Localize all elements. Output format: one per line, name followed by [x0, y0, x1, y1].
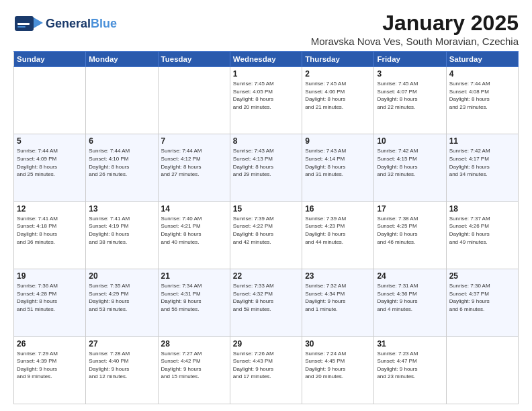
- calendar-cell: [158, 67, 230, 134]
- day-info: Sunrise: 7:26 AM Sunset: 4:43 PM Dayligh…: [233, 350, 299, 381]
- logo-name: GeneralBlue: [46, 17, 117, 31]
- calendar-cell: 28Sunrise: 7:27 AM Sunset: 4:42 PM Dayli…: [158, 336, 230, 404]
- day-info: Sunrise: 7:39 AM Sunset: 4:22 PM Dayligh…: [233, 215, 299, 246]
- calendar-cell: 1Sunrise: 7:45 AM Sunset: 4:05 PM Daylig…: [230, 67, 302, 134]
- day-info: Sunrise: 7:36 AM Sunset: 4:28 PM Dayligh…: [17, 282, 83, 313]
- day-number: 5: [17, 136, 83, 146]
- day-info: Sunrise: 7:44 AM Sunset: 4:09 PM Dayligh…: [17, 147, 83, 178]
- day-info: Sunrise: 7:28 AM Sunset: 4:40 PM Dayligh…: [89, 350, 154, 381]
- svg-marker-1: [34, 17, 43, 28]
- day-info: Sunrise: 7:30 AM Sunset: 4:37 PM Dayligh…: [449, 282, 515, 313]
- calendar-cell: 11Sunrise: 7:42 AM Sunset: 4:17 PM Dayli…: [446, 134, 518, 201]
- calendar-cell: [446, 336, 518, 404]
- day-number: 7: [161, 136, 227, 146]
- calendar-cell: 24Sunrise: 7:31 AM Sunset: 4:36 PM Dayli…: [374, 269, 446, 336]
- day-header-saturday: Saturday: [446, 52, 518, 67]
- calendar-cell: 13Sunrise: 7:41 AM Sunset: 4:19 PM Dayli…: [86, 201, 158, 269]
- logo-icon: [13, 11, 43, 38]
- day-number: 15: [233, 204, 299, 214]
- day-number: 31: [377, 339, 443, 349]
- calendar-week-5: 26Sunrise: 7:29 AM Sunset: 4:39 PM Dayli…: [14, 336, 519, 404]
- day-info: Sunrise: 7:45 AM Sunset: 4:07 PM Dayligh…: [377, 80, 443, 111]
- day-number: 29: [233, 339, 299, 349]
- day-number: 13: [89, 204, 154, 214]
- header: GeneralBlue January 2025 Moravska Nova V…: [13, 11, 519, 47]
- day-info: Sunrise: 7:27 AM Sunset: 4:42 PM Dayligh…: [161, 350, 227, 381]
- calendar-cell: 10Sunrise: 7:42 AM Sunset: 4:15 PM Dayli…: [374, 134, 446, 201]
- calendar-cell: 19Sunrise: 7:36 AM Sunset: 4:28 PM Dayli…: [14, 269, 86, 336]
- day-number: 9: [305, 136, 371, 146]
- calendar-cell: 16Sunrise: 7:39 AM Sunset: 4:23 PM Dayli…: [302, 201, 374, 269]
- day-number: 30: [305, 339, 371, 349]
- day-info: Sunrise: 7:41 AM Sunset: 4:18 PM Dayligh…: [17, 215, 83, 246]
- calendar-cell: 14Sunrise: 7:40 AM Sunset: 4:21 PM Dayli…: [158, 201, 230, 269]
- day-header-friday: Friday: [374, 52, 446, 67]
- day-info: Sunrise: 7:42 AM Sunset: 4:17 PM Dayligh…: [449, 147, 515, 178]
- day-info: Sunrise: 7:39 AM Sunset: 4:23 PM Dayligh…: [305, 215, 371, 246]
- day-info: Sunrise: 7:37 AM Sunset: 4:26 PM Dayligh…: [449, 215, 515, 246]
- day-number: 18: [449, 204, 515, 214]
- day-header-wednesday: Wednesday: [230, 52, 302, 67]
- day-info: Sunrise: 7:31 AM Sunset: 4:36 PM Dayligh…: [377, 282, 443, 313]
- calendar-cell: 4Sunrise: 7:44 AM Sunset: 4:08 PM Daylig…: [446, 67, 518, 134]
- day-number: 2: [305, 69, 371, 79]
- day-number: 20: [89, 271, 154, 281]
- day-header-thursday: Thursday: [302, 52, 374, 67]
- calendar-cell: 5Sunrise: 7:44 AM Sunset: 4:09 PM Daylig…: [14, 134, 86, 201]
- day-number: 4: [449, 69, 515, 79]
- calendar-week-3: 12Sunrise: 7:41 AM Sunset: 4:18 PM Dayli…: [14, 201, 519, 269]
- svg-rect-3: [17, 26, 26, 28]
- day-header-sunday: Sunday: [14, 52, 86, 67]
- day-header-monday: Monday: [86, 52, 158, 67]
- calendar-cell: 26Sunrise: 7:29 AM Sunset: 4:39 PM Dayli…: [14, 336, 86, 404]
- calendar-cell: 9Sunrise: 7:43 AM Sunset: 4:14 PM Daylig…: [302, 134, 374, 201]
- day-info: Sunrise: 7:44 AM Sunset: 4:10 PM Dayligh…: [89, 147, 154, 178]
- day-number: 27: [89, 339, 154, 349]
- calendar-cell: 21Sunrise: 7:34 AM Sunset: 4:31 PM Dayli…: [158, 269, 230, 336]
- calendar-cell: 17Sunrise: 7:38 AM Sunset: 4:25 PM Dayli…: [374, 201, 446, 269]
- day-number: 6: [89, 136, 154, 146]
- day-number: 28: [161, 339, 227, 349]
- day-number: 22: [233, 271, 299, 281]
- day-info: Sunrise: 7:43 AM Sunset: 4:13 PM Dayligh…: [233, 147, 299, 178]
- day-info: Sunrise: 7:24 AM Sunset: 4:45 PM Dayligh…: [305, 350, 371, 381]
- day-info: Sunrise: 7:32 AM Sunset: 4:34 PM Dayligh…: [305, 282, 371, 313]
- day-info: Sunrise: 7:38 AM Sunset: 4:25 PM Dayligh…: [377, 215, 443, 246]
- calendar-cell: 25Sunrise: 7:30 AM Sunset: 4:37 PM Dayli…: [446, 269, 518, 336]
- day-info: Sunrise: 7:44 AM Sunset: 4:12 PM Dayligh…: [161, 147, 227, 178]
- calendar-week-4: 19Sunrise: 7:36 AM Sunset: 4:28 PM Dayli…: [14, 269, 519, 336]
- calendar-cell: 12Sunrise: 7:41 AM Sunset: 4:18 PM Dayli…: [14, 201, 86, 269]
- day-number: 8: [233, 136, 299, 146]
- calendar-week-1: 1Sunrise: 7:45 AM Sunset: 4:05 PM Daylig…: [14, 67, 519, 134]
- calendar-cell: 15Sunrise: 7:39 AM Sunset: 4:22 PM Dayli…: [230, 201, 302, 269]
- calendar-cell: 22Sunrise: 7:33 AM Sunset: 4:32 PM Dayli…: [230, 269, 302, 336]
- calendar-header-row: SundayMondayTuesdayWednesdayThursdayFrid…: [14, 52, 519, 67]
- day-number: 23: [305, 271, 371, 281]
- calendar-cell: 20Sunrise: 7:35 AM Sunset: 4:29 PM Dayli…: [86, 269, 158, 336]
- calendar-cell: [14, 67, 86, 134]
- day-info: Sunrise: 7:40 AM Sunset: 4:21 PM Dayligh…: [161, 215, 227, 246]
- title-section: January 2025 Moravska Nova Ves, South Mo…: [311, 11, 519, 47]
- day-info: Sunrise: 7:29 AM Sunset: 4:39 PM Dayligh…: [17, 350, 83, 381]
- day-info: Sunrise: 7:45 AM Sunset: 4:06 PM Dayligh…: [305, 80, 371, 111]
- calendar-cell: 7Sunrise: 7:44 AM Sunset: 4:12 PM Daylig…: [158, 134, 230, 201]
- day-number: 11: [449, 136, 515, 146]
- day-info: Sunrise: 7:43 AM Sunset: 4:14 PM Dayligh…: [305, 147, 371, 178]
- calendar-cell: [86, 67, 158, 134]
- day-number: 12: [17, 204, 83, 214]
- day-number: 3: [377, 69, 443, 79]
- page: GeneralBlue January 2025 Moravska Nova V…: [0, 0, 532, 411]
- day-info: Sunrise: 7:45 AM Sunset: 4:05 PM Dayligh…: [233, 80, 299, 111]
- day-info: Sunrise: 7:33 AM Sunset: 4:32 PM Dayligh…: [233, 282, 299, 313]
- day-info: Sunrise: 7:35 AM Sunset: 4:29 PM Dayligh…: [89, 282, 154, 313]
- day-number: 17: [377, 204, 443, 214]
- day-info: Sunrise: 7:41 AM Sunset: 4:19 PM Dayligh…: [89, 215, 154, 246]
- day-number: 21: [161, 271, 227, 281]
- calendar-cell: 8Sunrise: 7:43 AM Sunset: 4:13 PM Daylig…: [230, 134, 302, 201]
- calendar-cell: 3Sunrise: 7:45 AM Sunset: 4:07 PM Daylig…: [374, 67, 446, 134]
- day-info: Sunrise: 7:23 AM Sunset: 4:47 PM Dayligh…: [377, 350, 443, 381]
- calendar-cell: 2Sunrise: 7:45 AM Sunset: 4:06 PM Daylig…: [302, 67, 374, 134]
- day-info: Sunrise: 7:42 AM Sunset: 4:15 PM Dayligh…: [377, 147, 443, 178]
- calendar-cell: 27Sunrise: 7:28 AM Sunset: 4:40 PM Dayli…: [86, 336, 158, 404]
- month-title: January 2025: [311, 11, 519, 36]
